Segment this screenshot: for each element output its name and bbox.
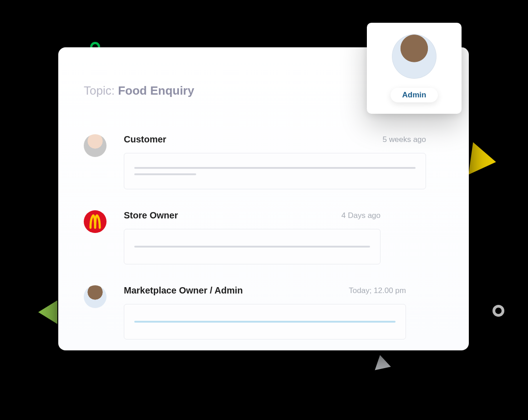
decorative-triangle-yellow (468, 142, 498, 178)
admin-card: Admin (367, 23, 462, 114)
skeleton-line (134, 246, 370, 248)
thread-timestamp: Today; 12.00 pm (349, 286, 406, 295)
decorative-ring-grey (492, 305, 504, 317)
avatar (84, 285, 107, 308)
avatar-store-logo (84, 210, 107, 233)
topic-label: Topic: (84, 84, 115, 97)
message-body (124, 304, 406, 339)
thread-timestamp: 5 weeks ago (383, 135, 426, 144)
decorative-triangle-grey (372, 354, 391, 370)
thread-timestamp: 4 Days ago (341, 211, 381, 220)
thread-role: Store Owner (124, 210, 178, 221)
thread-role: Marketplace Owner / Admin (124, 285, 243, 296)
admin-avatar (392, 34, 437, 79)
admin-badge: Admin (391, 88, 438, 102)
mcdonalds-icon (87, 214, 103, 229)
message-body (124, 153, 426, 189)
avatar (84, 134, 107, 157)
skeleton-line (134, 167, 416, 169)
message-body (124, 229, 381, 264)
thread-item: Customer 5 weeks ago (84, 134, 443, 189)
thread-item: Marketplace Owner / Admin Today; 12.00 p… (84, 285, 443, 339)
skeleton-line (134, 321, 396, 323)
topic-value: Food Enquiry (118, 84, 194, 97)
thread-item: Store Owner 4 Days ago (84, 210, 443, 264)
thread-role: Customer (124, 134, 166, 145)
skeleton-line (134, 173, 196, 175)
decorative-triangle-green (38, 300, 57, 324)
